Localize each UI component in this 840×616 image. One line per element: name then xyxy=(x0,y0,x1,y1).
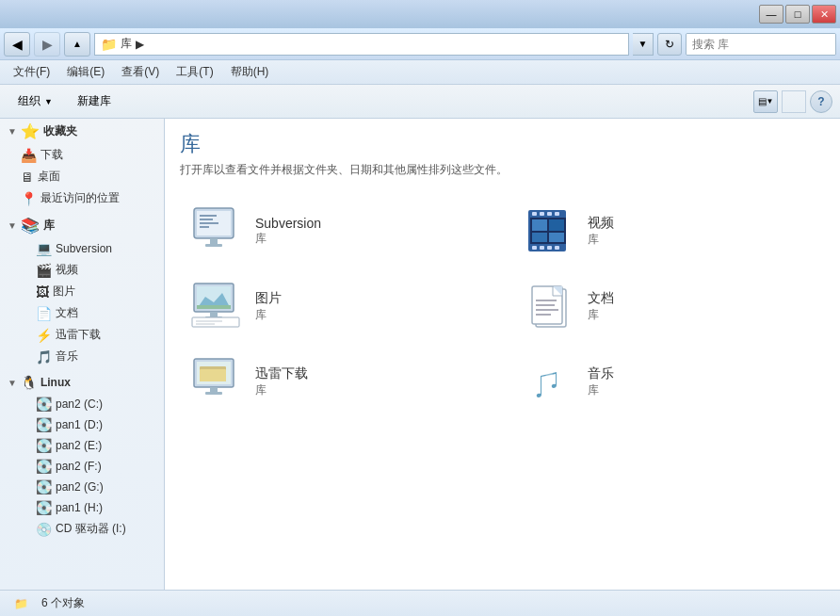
documents-grid-icon xyxy=(520,280,576,332)
grid-item-video[interactable]: 视频 库 xyxy=(512,197,826,265)
help-button[interactable]: ? xyxy=(810,90,832,113)
main-content: ▼ ⭐ 收藏夹 📥 下载 🖥 桌面 📍 最近访问的位置 ▼ 📚 库 xyxy=(0,119,840,590)
svg-rect-43 xyxy=(200,369,226,381)
drive-h-icon: 💽 xyxy=(36,500,52,515)
library-label: 库 xyxy=(43,218,55,234)
svg-rect-18 xyxy=(532,219,547,231)
organize-button[interactable]: 组织 ▼ xyxy=(8,89,63,115)
svg-rect-13 xyxy=(532,246,537,250)
sidebar-item-cddrive[interactable]: 💿 CD 驱动器 (I:) xyxy=(0,518,164,540)
desktop-label: 桌面 xyxy=(38,169,60,185)
menu-edit[interactable]: 编辑(E) xyxy=(59,62,112,82)
organize-label: 组织 xyxy=(18,93,40,109)
thunder-label: 迅雷下载 xyxy=(56,327,101,343)
sidebar-item-subversion[interactable]: 💻 Subversion xyxy=(0,238,164,259)
back-button[interactable]: ◀ xyxy=(4,32,30,57)
sidebar-item-pan1d[interactable]: 💽 pan1 (D:) xyxy=(0,414,164,435)
music-info: 音乐 库 xyxy=(588,365,614,398)
grid-item-music[interactable]: 音乐 库 xyxy=(512,348,826,415)
svg-rect-44 xyxy=(210,387,218,392)
library-folder-icon: 📚 xyxy=(21,217,40,235)
thunder-type: 库 xyxy=(255,382,308,398)
path-folder-icon: 📁 xyxy=(101,37,117,52)
svg-rect-21 xyxy=(549,233,564,242)
status-folder-icon: 📁 xyxy=(8,591,34,617)
sidebar-header-favorites[interactable]: ▼ ⭐ 收藏夹 xyxy=(0,119,164,144)
sidebar-item-desktop[interactable]: 🖥 桌面 xyxy=(0,166,164,187)
subversion-info: Subversion 库 xyxy=(255,216,321,247)
sidebar-header-linux[interactable]: ▼ 🐧 Linux xyxy=(0,371,164,394)
drive-c-icon: 💽 xyxy=(36,397,52,412)
svg-rect-7 xyxy=(205,244,222,247)
forward-button[interactable]: ▶ xyxy=(34,32,60,57)
menu-view[interactable]: 查看(V) xyxy=(114,62,167,82)
address-path[interactable]: 📁 库 ▶ xyxy=(94,33,629,56)
sidebar-section-favorites: ▼ ⭐ 收藏夹 📥 下载 🖥 桌面 📍 最近访问的位置 xyxy=(0,119,164,209)
sidebar-item-pan2c[interactable]: 💽 pan2 (C:) xyxy=(0,394,164,414)
cddrive-label: CD 驱动器 (I:) xyxy=(56,521,126,537)
toolbar: 组织 ▼ 新建库 ▤ ▼ ? xyxy=(0,85,840,119)
sidebar-item-pan2g[interactable]: 💽 pan2 (G:) xyxy=(0,477,164,497)
grid-item-thunder[interactable]: 迅雷下载 库 xyxy=(180,348,493,415)
svg-rect-45 xyxy=(205,392,222,395)
pan1d-label: pan1 (D:) xyxy=(56,418,103,431)
sidebar-item-documents[interactable]: 📄 文档 xyxy=(0,302,164,324)
thunder-sidebar-icon: ⚡ xyxy=(36,328,52,343)
grid-item-images[interactable]: 图片 库 xyxy=(180,272,493,340)
view-options-button[interactable]: ▤ ▼ xyxy=(753,90,778,113)
video-grid-icon xyxy=(520,204,576,257)
images-label: 图片 xyxy=(53,284,75,300)
svg-rect-11 xyxy=(547,212,552,216)
sidebar-item-images[interactable]: 🖼 图片 xyxy=(0,281,164,302)
drive-d-icon: 💽 xyxy=(36,417,52,432)
sidebar-item-downloads[interactable]: 📥 下载 xyxy=(0,144,164,166)
linux-label: Linux xyxy=(40,376,71,389)
view-icon: ▤ xyxy=(758,96,767,106)
toolbar-right: ▤ ▼ ? xyxy=(753,90,832,113)
sidebar-header-library[interactable]: ▼ 📚 库 xyxy=(0,213,164,238)
new-library-button[interactable]: 新建库 xyxy=(67,89,121,115)
menu-tools[interactable]: 工具(T) xyxy=(169,62,220,82)
status-count: 6 个对象 xyxy=(41,595,85,611)
maximize-button[interactable]: □ xyxy=(785,5,810,24)
grid-item-documents[interactable]: 文档 库 xyxy=(512,272,826,340)
address-dropdown-button[interactable]: ▼ xyxy=(633,33,654,56)
menu-file[interactable]: 文件(F) xyxy=(6,62,57,82)
svg-rect-14 xyxy=(540,246,544,250)
drive-e-icon: 💽 xyxy=(36,438,52,453)
pan1h-label: pan1 (H:) xyxy=(56,501,103,514)
subversion-grid-icon xyxy=(187,204,244,257)
address-bar: ◀ ▶ ▲ 📁 库 ▶ ▼ ↻ 🔍 xyxy=(0,28,840,60)
sidebar-item-pan1h[interactable]: 💽 pan1 (H:) xyxy=(0,497,164,518)
window-controls: — □ ✕ xyxy=(759,5,836,24)
menu-help[interactable]: 帮助(H) xyxy=(223,62,277,82)
close-button[interactable]: ✕ xyxy=(812,5,836,24)
up-button[interactable]: ▲ xyxy=(64,32,90,57)
svg-rect-15 xyxy=(547,246,552,250)
sidebar-item-pan2f[interactable]: 💽 pan2 (F:) xyxy=(0,456,164,477)
menu-bar: 文件(F) 编辑(E) 查看(V) 工具(T) 帮助(H) xyxy=(0,60,840,85)
sidebar-item-video[interactable]: 🎬 视频 xyxy=(0,259,164,281)
linux-icon: 🐧 xyxy=(21,375,37,390)
minimize-button[interactable]: — xyxy=(759,5,783,24)
recent-icon: 📍 xyxy=(21,191,37,206)
images-sidebar-icon: 🖼 xyxy=(36,284,49,300)
search-input[interactable] xyxy=(687,34,836,55)
title-bar: — □ ✕ xyxy=(0,0,840,28)
subversion-type: 库 xyxy=(255,231,321,247)
thunder-info: 迅雷下载 库 xyxy=(255,365,308,398)
sidebar-item-music[interactable]: 🎵 音乐 xyxy=(0,346,164,367)
grid-item-subversion[interactable]: Subversion 库 xyxy=(180,197,493,265)
svg-rect-19 xyxy=(549,219,564,231)
video-sidebar-icon: 🎬 xyxy=(36,263,52,278)
video-info: 视频 库 xyxy=(588,215,614,248)
sidebar-section-library: ▼ 📚 库 💻 Subversion 🎬 视频 🖼 图片 📄 文档 ⚡ xyxy=(0,213,164,367)
chevron-library-icon: ▼ xyxy=(8,220,17,231)
refresh-button[interactable]: ↻ xyxy=(657,33,682,56)
sidebar-item-thunder[interactable]: ⚡ 迅雷下载 xyxy=(0,324,164,346)
sidebar-item-recent[interactable]: 📍 最近访问的位置 xyxy=(0,187,164,209)
status-bar: 📁 6 个对象 xyxy=(0,590,840,616)
pan2e-label: pan2 (E:) xyxy=(56,439,102,452)
new-library-label: 新建库 xyxy=(77,93,111,109)
sidebar-item-pan2e[interactable]: 💽 pan2 (E:) xyxy=(0,435,164,456)
